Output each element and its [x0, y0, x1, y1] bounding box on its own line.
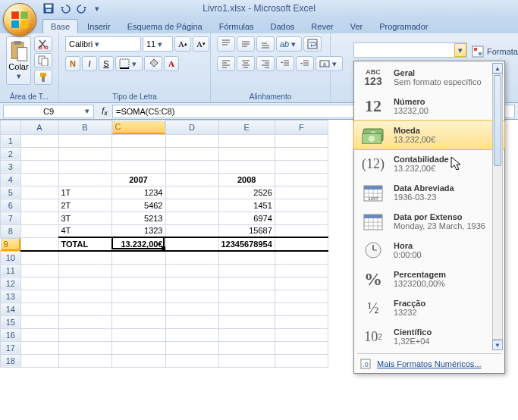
save-icon[interactable]	[42, 2, 55, 14]
col-header-b[interactable]: B	[58, 121, 111, 135]
row-header[interactable]: 10	[1, 251, 21, 264]
cell[interactable]: 2008	[218, 173, 275, 186]
cell[interactable]: 3T	[58, 212, 111, 224]
row-header[interactable]: 13	[1, 290, 21, 302]
row-header[interactable]: 12	[1, 277, 21, 290]
tab-rever[interactable]: Rever	[303, 20, 341, 33]
cell[interactable]: 1323	[111, 224, 165, 237]
office-button[interactable]	[3, 3, 36, 36]
tab-ver[interactable]: Ver	[343, 20, 371, 33]
nf-item-numero[interactable]: 12 Número13232,00	[354, 92, 504, 121]
cell[interactable]: 1T	[58, 186, 111, 199]
row-header[interactable]: 15	[1, 315, 21, 328]
align-middle-button[interactable]	[237, 36, 255, 52]
underline-button[interactable]: S	[99, 56, 114, 71]
tab-base[interactable]: Base	[42, 19, 78, 33]
col-header-e[interactable]: E	[218, 121, 275, 135]
row-header[interactable]: 1	[1, 134, 21, 147]
cell-active[interactable]: 13.232,00€	[111, 237, 165, 251]
italic-button[interactable]: I	[82, 56, 97, 71]
bold-button[interactable]: N	[65, 56, 80, 71]
paste-button[interactable]: Colar ▾	[6, 36, 31, 85]
cell[interactable]: 1451	[218, 199, 275, 212]
decrease-indent-button[interactable]	[276, 56, 294, 71]
copy-button[interactable]	[34, 53, 52, 68]
row-header[interactable]: 3	[1, 160, 21, 173]
row-header[interactable]: 9	[1, 238, 20, 251]
nf-item-contabilidade[interactable]: (12) Contabilidade13.232,00€	[354, 149, 504, 178]
chevron-down-icon[interactable]: ▾	[454, 43, 466, 57]
row-header[interactable]: 4	[1, 173, 21, 186]
cell[interactable]: 5213	[111, 212, 165, 224]
cond-format-button[interactable]: Formatação	[472, 45, 518, 58]
orientation-button[interactable]: ab▾	[276, 36, 302, 52]
row-header[interactable]: 18	[1, 354, 21, 367]
align-left-button[interactable]	[217, 56, 235, 71]
select-all-corner[interactable]	[1, 121, 21, 135]
undo-icon[interactable]	[59, 2, 71, 14]
font-color-button[interactable]: A	[164, 56, 179, 71]
cell[interactable]: TOTAL	[58, 237, 111, 251]
cell[interactable]: 4T	[58, 224, 111, 237]
cell[interactable]: 2526	[218, 186, 275, 199]
nf-item-data-abrev[interactable]: 12/07 Data Abreviada1936-03-23	[354, 178, 504, 207]
row-header[interactable]: 11	[1, 264, 21, 277]
more-formats-link[interactable]: .0 Mais Formatos Numéricos...	[354, 356, 504, 371]
qat-customize-icon[interactable]: ▾	[93, 4, 102, 14]
nf-item-scientific[interactable]: 102 Científico1,32E+04	[354, 322, 504, 351]
align-right-button[interactable]	[256, 56, 275, 71]
nf-item-moeda[interactable]: Moeda13.232,00€	[353, 120, 505, 150]
scroll-up-icon[interactable]: ▲	[492, 63, 503, 74]
shrink-font-button[interactable]: A▾	[193, 36, 209, 52]
row-header[interactable]: 14	[1, 302, 21, 315]
fx-icon[interactable]: fx	[97, 105, 112, 117]
col-header-f[interactable]: F	[275, 121, 328, 135]
cells-table[interactable]: A B C D E F 1 2 3 420072008 51T12342526 …	[0, 120, 328, 368]
row-header[interactable]: 2	[1, 147, 21, 160]
row-header[interactable]: 5	[1, 186, 21, 199]
nf-item-percent[interactable]: % Percentagem1323200,00%	[354, 265, 504, 293]
fill-color-button[interactable]	[144, 56, 162, 71]
tab-programador[interactable]: Programador	[372, 20, 435, 33]
row-header[interactable]: 17	[1, 341, 21, 354]
tab-esquema[interactable]: Esquema de Página	[120, 20, 210, 33]
align-bottom-button[interactable]	[256, 36, 275, 52]
scroll-down-icon[interactable]: ▼	[492, 340, 503, 350]
row-header[interactable]: 7	[1, 212, 21, 224]
tab-inserir[interactable]: Inserir	[80, 20, 118, 33]
align-center-button[interactable]	[237, 56, 255, 71]
font-name-combo[interactable]: Calibri▾	[65, 36, 141, 52]
merge-center-button[interactable]: a▾	[316, 56, 343, 71]
format-painter-button[interactable]	[34, 70, 52, 85]
tab-dados[interactable]: Dados	[263, 20, 303, 33]
grow-font-button[interactable]: A▴	[174, 36, 191, 52]
tab-formulas[interactable]: Fórmulas	[212, 20, 262, 33]
cell[interactable]: 2007	[111, 173, 165, 186]
cell[interactable]: 1234	[111, 186, 165, 199]
nf-item-hora[interactable]: Hora0:00:00	[354, 236, 504, 265]
cell[interactable]: 12345678954	[218, 237, 275, 251]
name-box[interactable]: C9▾	[3, 105, 94, 118]
nf-item-geral[interactable]: ABC123 GeralSem formato específico	[354, 63, 504, 92]
increase-indent-button[interactable]	[296, 56, 314, 71]
redo-icon[interactable]	[76, 2, 88, 14]
number-format-combo[interactable]: ▾	[353, 42, 467, 58]
cell[interactable]: 5462	[111, 199, 165, 212]
align-top-button[interactable]	[217, 36, 235, 52]
font-size-combo[interactable]: 11▾	[143, 36, 173, 52]
cell[interactable]: 6974	[218, 212, 275, 224]
col-header-d[interactable]: D	[165, 121, 218, 135]
cut-button[interactable]	[34, 36, 52, 52]
row-header[interactable]: 16	[1, 328, 21, 341]
row-header[interactable]: 6	[1, 199, 21, 212]
nf-item-data-ext[interactable]: Data por ExtensoMonday, 23 March, 1936	[354, 207, 504, 236]
row-header[interactable]: 8	[1, 224, 21, 237]
dropdown-scrollbar[interactable]: ▲ ▼	[492, 63, 503, 350]
nf-item-fraction[interactable]: ½ Fracção13232	[354, 293, 504, 322]
wrap-text-button[interactable]	[303, 36, 322, 52]
col-header-a[interactable]: A	[20, 121, 58, 135]
scroll-thumb[interactable]	[494, 75, 501, 166]
col-header-c[interactable]: C	[112, 121, 165, 134]
cell[interactable]: 2T	[58, 199, 111, 212]
cell[interactable]: 15687	[218, 224, 275, 237]
